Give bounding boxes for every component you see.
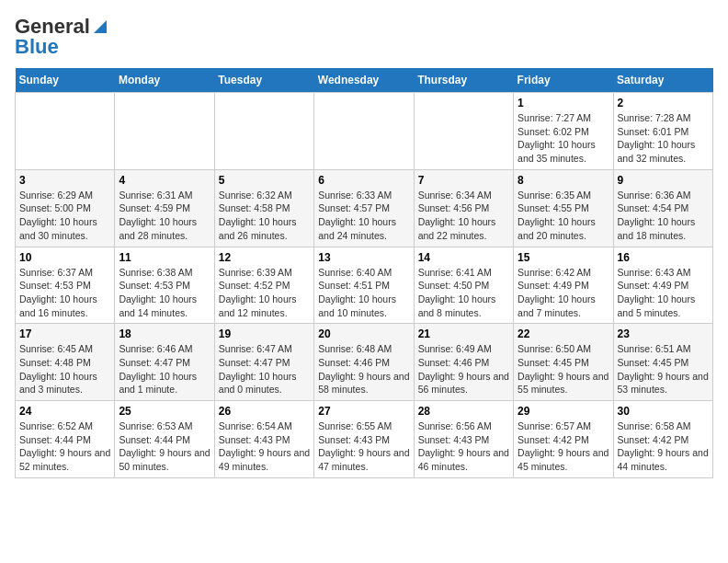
header-monday: Monday [115,68,214,93]
day-info: Sunrise: 6:57 AM Sunset: 4:42 PM Dayligh… [518,419,609,474]
day-info: Sunrise: 7:27 AM Sunset: 6:02 PM Dayligh… [518,111,609,166]
calendar-cell: 30Sunrise: 6:58 AM Sunset: 4:42 PM Dayli… [613,401,712,478]
day-number: 25 [119,405,210,418]
calendar-cell [314,93,414,170]
day-info: Sunrise: 6:53 AM Sunset: 4:44 PM Dayligh… [119,419,210,474]
day-number: 13 [318,251,409,264]
calendar-cell: 28Sunrise: 6:56 AM Sunset: 4:43 PM Dayli… [414,401,513,478]
calendar-header-row: SundayMondayTuesdayWednesdayThursdayFrid… [16,68,713,93]
day-info: Sunrise: 6:36 AM Sunset: 4:54 PM Dayligh… [618,189,709,243]
day-info: Sunrise: 6:56 AM Sunset: 4:43 PM Dayligh… [418,419,509,474]
header-wednesday: Wednesday [314,68,414,93]
calendar-cell: 2Sunrise: 7:28 AM Sunset: 6:01 PM Daylig… [613,93,712,170]
calendar-cell: 23Sunrise: 6:51 AM Sunset: 4:45 PM Dayli… [613,324,712,401]
header-friday: Friday [514,68,613,93]
header-sunday: Sunday [16,68,115,93]
day-info: Sunrise: 6:49 AM Sunset: 4:46 PM Dayligh… [418,342,509,396]
day-number: 24 [19,405,110,418]
calendar-cell: 18Sunrise: 6:46 AM Sunset: 4:47 PM Dayli… [115,324,214,401]
day-number: 2 [618,97,709,109]
calendar-cell: 21Sunrise: 6:49 AM Sunset: 4:46 PM Dayli… [414,324,513,401]
logo-bird-icon [92,18,108,35]
day-info: Sunrise: 6:29 AM Sunset: 5:00 PM Dayligh… [19,189,110,243]
day-number: 16 [618,251,709,264]
day-info: Sunrise: 6:52 AM Sunset: 4:44 PM Dayligh… [19,419,110,474]
day-info: Sunrise: 7:28 AM Sunset: 6:01 PM Dayligh… [618,111,709,166]
week-row-3: 17Sunrise: 6:45 AM Sunset: 4:48 PM Dayli… [16,324,713,401]
calendar-cell [16,93,115,170]
day-info: Sunrise: 6:58 AM Sunset: 4:42 PM Dayligh… [618,419,709,474]
day-number: 6 [318,174,409,187]
week-row-1: 3Sunrise: 6:29 AM Sunset: 5:00 PM Daylig… [16,169,713,247]
day-number: 18 [119,327,210,340]
day-number: 9 [618,174,709,187]
day-number: 7 [418,174,509,187]
day-info: Sunrise: 6:55 AM Sunset: 4:43 PM Dayligh… [318,419,409,474]
calendar-cell: 3Sunrise: 6:29 AM Sunset: 5:00 PM Daylig… [16,169,115,247]
day-number: 27 [318,405,409,418]
day-info: Sunrise: 6:41 AM Sunset: 4:50 PM Dayligh… [418,266,509,320]
day-number: 1 [518,97,609,109]
day-number: 21 [418,327,509,340]
day-info: Sunrise: 6:45 AM Sunset: 4:48 PM Dayligh… [19,342,110,396]
day-number: 29 [518,405,609,418]
header-tuesday: Tuesday [214,68,313,93]
day-info: Sunrise: 6:43 AM Sunset: 4:49 PM Dayligh… [618,266,709,320]
calendar-cell: 9Sunrise: 6:36 AM Sunset: 4:54 PM Daylig… [613,169,712,247]
day-number: 23 [618,327,709,340]
calendar-cell [414,93,513,170]
calendar-cell: 20Sunrise: 6:48 AM Sunset: 4:46 PM Dayli… [314,324,414,401]
day-info: Sunrise: 6:34 AM Sunset: 4:56 PM Dayligh… [418,189,509,243]
day-info: Sunrise: 6:48 AM Sunset: 4:46 PM Dayligh… [318,342,409,396]
calendar-cell: 12Sunrise: 6:39 AM Sunset: 4:52 PM Dayli… [214,247,313,324]
day-number: 17 [19,327,110,340]
day-info: Sunrise: 6:50 AM Sunset: 4:45 PM Dayligh… [518,342,609,396]
calendar-cell: 15Sunrise: 6:42 AM Sunset: 4:49 PM Dayli… [514,247,613,324]
day-number: 12 [219,251,310,264]
day-info: Sunrise: 6:42 AM Sunset: 4:49 PM Dayligh… [518,266,609,320]
calendar-cell: 1Sunrise: 7:27 AM Sunset: 6:02 PM Daylig… [514,93,613,170]
calendar-cell: 13Sunrise: 6:40 AM Sunset: 4:51 PM Dayli… [314,247,414,324]
day-number: 10 [19,251,110,264]
day-number: 28 [418,405,509,418]
header-saturday: Saturday [613,68,712,93]
day-number: 3 [19,174,110,187]
day-info: Sunrise: 6:31 AM Sunset: 4:59 PM Dayligh… [119,189,210,243]
calendar-cell: 7Sunrise: 6:34 AM Sunset: 4:56 PM Daylig… [414,169,513,247]
header-thursday: Thursday [414,68,513,93]
day-number: 5 [219,174,310,187]
day-number: 4 [119,174,210,187]
calendar-cell: 14Sunrise: 6:41 AM Sunset: 4:50 PM Dayli… [414,247,513,324]
day-number: 14 [418,251,509,264]
calendar-cell: 6Sunrise: 6:33 AM Sunset: 4:57 PM Daylig… [314,169,414,247]
day-info: Sunrise: 6:47 AM Sunset: 4:47 PM Dayligh… [219,342,310,396]
day-info: Sunrise: 6:40 AM Sunset: 4:51 PM Dayligh… [318,266,409,320]
day-number: 19 [219,327,310,340]
calendar-cell: 26Sunrise: 6:54 AM Sunset: 4:43 PM Dayli… [214,401,313,478]
day-info: Sunrise: 6:39 AM Sunset: 4:52 PM Dayligh… [219,266,310,320]
svg-marker-0 [94,20,107,33]
day-number: 22 [518,327,609,340]
week-row-0: 1Sunrise: 7:27 AM Sunset: 6:02 PM Daylig… [16,93,713,170]
week-row-4: 24Sunrise: 6:52 AM Sunset: 4:44 PM Dayli… [16,401,713,478]
page-header: General Blue [15,15,713,59]
day-info: Sunrise: 6:37 AM Sunset: 4:53 PM Dayligh… [19,266,110,320]
calendar-cell: 10Sunrise: 6:37 AM Sunset: 4:53 PM Dayli… [16,247,115,324]
calendar-table: SundayMondayTuesdayWednesdayThursdayFrid… [15,68,713,478]
calendar-cell: 8Sunrise: 6:35 AM Sunset: 4:55 PM Daylig… [514,169,613,247]
logo-blue: Blue [15,35,59,59]
day-info: Sunrise: 6:54 AM Sunset: 4:43 PM Dayligh… [219,419,310,474]
calendar-cell: 16Sunrise: 6:43 AM Sunset: 4:49 PM Dayli… [613,247,712,324]
calendar-cell [214,93,313,170]
calendar-cell: 25Sunrise: 6:53 AM Sunset: 4:44 PM Dayli… [115,401,214,478]
day-number: 11 [119,251,210,264]
calendar-cell [115,93,214,170]
day-number: 20 [318,327,409,340]
calendar-cell: 29Sunrise: 6:57 AM Sunset: 4:42 PM Dayli… [514,401,613,478]
day-info: Sunrise: 6:38 AM Sunset: 4:53 PM Dayligh… [119,266,210,320]
day-info: Sunrise: 6:46 AM Sunset: 4:47 PM Dayligh… [119,342,210,396]
day-number: 26 [219,405,310,418]
app-logo: General Blue [15,15,108,59]
calendar-cell: 5Sunrise: 6:32 AM Sunset: 4:58 PM Daylig… [214,169,313,247]
day-info: Sunrise: 6:35 AM Sunset: 4:55 PM Dayligh… [518,189,609,243]
